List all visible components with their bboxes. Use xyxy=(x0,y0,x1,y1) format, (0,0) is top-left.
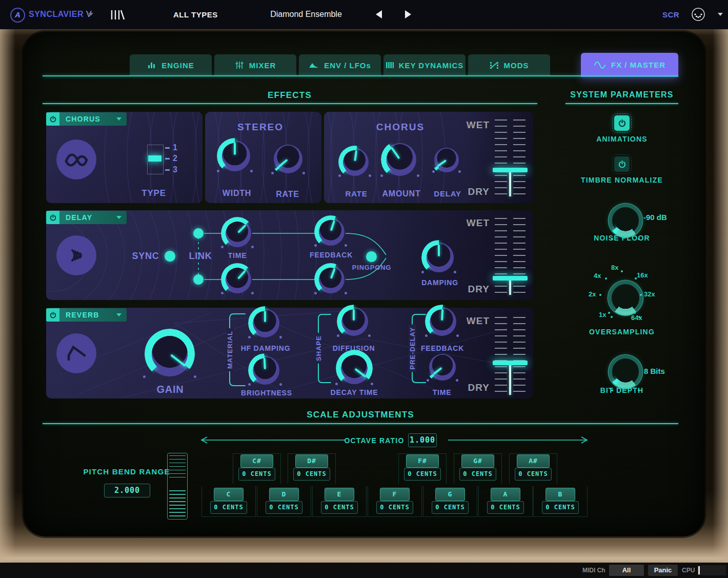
tab-fx-master[interactable]: FX / MASTER xyxy=(581,53,678,77)
cents-c[interactable]: 0 CENTS xyxy=(210,501,247,514)
library-icon[interactable] xyxy=(110,9,125,21)
tab-mixer[interactable]: MIXER xyxy=(214,54,296,76)
oversampling-option-16x[interactable]: 16x xyxy=(637,271,648,279)
chorus-type-selected-bar[interactable] xyxy=(148,155,161,162)
key-asharp[interactable]: A# xyxy=(517,454,550,468)
key-csharp[interactable]: C# xyxy=(240,454,273,468)
preset-prev-button[interactable] xyxy=(376,10,382,18)
cents-e[interactable]: 0 CENTS xyxy=(321,501,358,514)
delay-header[interactable]: DELAY xyxy=(46,211,127,224)
delay-feedback-right-knob[interactable] xyxy=(317,266,345,293)
stereo-width-knob[interactable] xyxy=(219,141,250,171)
oversampling-option-1x[interactable]: 1x xyxy=(599,311,606,318)
type-option-2[interactable]: 2 xyxy=(173,154,177,163)
chorus-header[interactable]: CHORUS xyxy=(46,112,127,126)
key-dsharp[interactable]: D# xyxy=(295,454,328,468)
delay-select-caret-icon[interactable] xyxy=(116,216,122,219)
fader-handle[interactable] xyxy=(493,361,528,365)
noise-floor-knob[interactable] xyxy=(609,204,642,237)
fader-handle[interactable] xyxy=(493,276,528,281)
oversampling-option-32x[interactable]: 32x xyxy=(644,290,655,298)
preset-next-button[interactable] xyxy=(405,10,411,18)
chorus-rate-knob[interactable] xyxy=(341,148,369,176)
cents-g[interactable]: 0 CENTS xyxy=(432,501,469,514)
timbre-normalize-power-button[interactable] xyxy=(614,156,630,172)
cents-gsharp[interactable]: 0 CENTS xyxy=(459,468,496,481)
midi-channel-button[interactable]: All xyxy=(609,565,644,576)
delay-link-dot-bottom[interactable] xyxy=(193,274,204,285)
oversampling-knob[interactable] xyxy=(608,281,643,315)
reverb-power-button[interactable] xyxy=(46,308,59,322)
cents-b[interactable]: 0 CENTS xyxy=(542,501,579,514)
cents-asharp[interactable]: 0 CENTS xyxy=(515,468,552,481)
chorus-amount-knob[interactable] xyxy=(383,143,416,176)
cents-dsharp[interactable]: 0 CENTS xyxy=(293,468,330,481)
tab-engine[interactable]: ENGINE xyxy=(130,54,212,76)
cents-d[interactable]: 0 CENTS xyxy=(266,501,302,514)
oversampling-option-8x[interactable]: 8x xyxy=(611,264,618,271)
pitch-bend-wheel[interactable] xyxy=(167,453,188,520)
delay-time-right-knob[interactable] xyxy=(224,266,251,293)
key-e[interactable]: E xyxy=(325,488,354,501)
reverb-brightness-knob[interactable] xyxy=(251,356,279,385)
preset-name[interactable]: Diamond Ensemble xyxy=(270,10,342,19)
panic-button[interactable]: Panic xyxy=(648,565,678,576)
cents-fsharp[interactable]: 0 CENTS xyxy=(404,468,441,481)
tab-underline xyxy=(43,75,678,76)
all-types-filter[interactable]: ALL TYPES xyxy=(173,10,218,19)
reverb-wet-dry-fader[interactable] xyxy=(495,317,525,395)
reverb-time-knob[interactable] xyxy=(429,354,456,381)
fader-handle[interactable] xyxy=(493,168,528,172)
animations-power-button[interactable] xyxy=(614,115,630,131)
key-b[interactable]: B xyxy=(545,488,575,501)
topbar-dropdown-caret-icon[interactable] xyxy=(718,13,723,16)
chorus-delay-knob[interactable] xyxy=(434,148,459,172)
engine-icon xyxy=(147,61,156,69)
pitch-bend-range-value[interactable]: 2.000 xyxy=(104,484,150,497)
tab-mods[interactable]: MODS xyxy=(468,54,550,76)
octave-ratio-value[interactable]: 1.000 xyxy=(408,433,437,447)
cents-f[interactable]: 0 CENTS xyxy=(376,501,413,514)
key-gsharp[interactable]: G# xyxy=(461,454,494,468)
delay-link-dot-top[interactable] xyxy=(193,228,204,238)
cents-a[interactable]: 0 CENTS xyxy=(487,501,524,514)
type-option-3[interactable]: 3 xyxy=(173,165,177,174)
reverb-hf-damping-knob[interactable] xyxy=(251,309,279,337)
key-d[interactable]: D xyxy=(269,488,299,501)
reverb-feedback-knob[interactable] xyxy=(428,307,456,336)
delay-sync-toggle[interactable] xyxy=(165,251,175,262)
chorus-power-button[interactable] xyxy=(46,112,59,126)
delay-wet-dry-fader[interactable] xyxy=(495,218,525,295)
delay-damping-knob[interactable] xyxy=(424,243,454,272)
arturia-logo-icon[interactable]: A xyxy=(10,8,25,23)
oversampling-option-64x[interactable]: 64x xyxy=(631,314,642,322)
delay-power-button[interactable] xyxy=(46,211,59,224)
key-a[interactable]: A xyxy=(491,488,520,501)
key-fsharp[interactable]: F# xyxy=(406,454,439,468)
midi-din-icon[interactable] xyxy=(691,7,705,22)
delay-time-left-knob[interactable] xyxy=(224,220,251,247)
reverb-header[interactable]: REVERB xyxy=(46,308,127,322)
oversampling-option-4x[interactable]: 4x xyxy=(594,272,601,280)
chorus-dry-label: DRY xyxy=(468,186,490,197)
key-f[interactable]: F xyxy=(380,488,410,501)
key-c[interactable]: C xyxy=(214,488,244,501)
key-g[interactable]: G xyxy=(435,488,465,501)
scr-button[interactable]: SCR xyxy=(662,10,679,19)
tab-key-dynamics[interactable]: KEY DYNAMICS xyxy=(383,54,466,76)
stereo-rate-knob[interactable] xyxy=(274,145,302,173)
chorus-wet-dry-fader[interactable] xyxy=(495,119,525,196)
oversampling-option-2x[interactable]: 2x xyxy=(589,290,596,298)
chorus-select-caret-icon[interactable] xyxy=(116,117,122,121)
app-menu-caret-icon[interactable] xyxy=(88,13,93,16)
reverb-gain-knob[interactable] xyxy=(147,331,192,376)
tab-env-lfos[interactable]: ENV / LFOs xyxy=(299,54,381,76)
delay-pingpong-toggle[interactable] xyxy=(366,251,377,262)
reverb-decay-time-knob[interactable] xyxy=(338,352,370,384)
reverb-select-caret-icon[interactable] xyxy=(116,313,122,316)
cents-csharp[interactable]: 0 CENTS xyxy=(238,468,275,481)
type-option-1[interactable]: 1 xyxy=(173,143,177,152)
bit-depth-knob[interactable] xyxy=(609,355,642,389)
delay-feedback-left-knob[interactable] xyxy=(317,218,345,246)
reverb-diffusion-knob[interactable] xyxy=(339,307,368,336)
